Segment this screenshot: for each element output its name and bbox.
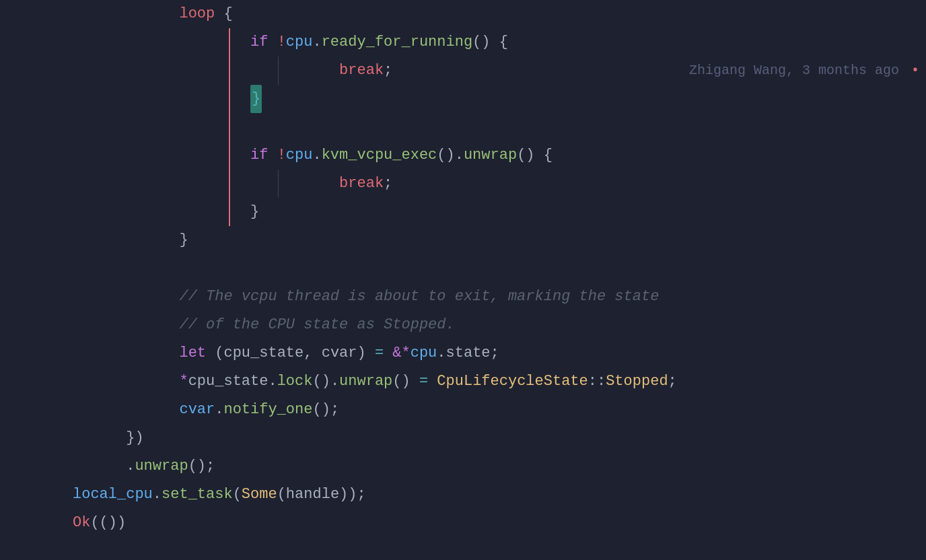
code-line-14: *cpu_state.lock().unwrap() = CpuLifecycl… <box>73 368 926 396</box>
code-line-5 <box>73 113 926 141</box>
code-line-12: // of the CPU state as Stopped. <box>73 311 926 339</box>
code-line-18: local_cpu.set_task(Some(handle)); <box>73 481 926 509</box>
code-line-17: .unwrap(); <box>73 452 926 481</box>
code-line-16: }) <box>73 424 926 452</box>
code-line-1: loop { <box>73 0 926 28</box>
line-number-gutter <box>0 0 73 560</box>
code-line-7: break; <box>73 170 926 198</box>
code-line-19: Ok(()) <box>73 509 926 537</box>
code-line-6: if !cpu.kvm_vcpu_exec().unwrap() { <box>73 141 926 170</box>
editor-container: loop { if !cpu.ready_for_running() { Zhi… <box>0 0 926 560</box>
code-line-13: let (cpu_state, cvar) = &*cpu.state; <box>73 339 926 368</box>
code-area[interactable]: loop { if !cpu.ready_for_running() { Zhi… <box>73 0 926 560</box>
code-line-9: } <box>73 226 926 254</box>
code-line-10 <box>73 254 926 283</box>
code-line-8: } <box>73 198 926 226</box>
bracket-highlight: } <box>250 85 262 113</box>
code-line-2: if !cpu.ready_for_running() { Zhigang Wa… <box>73 28 926 57</box>
code-line-4: } <box>73 85 926 113</box>
code-line-15: cvar.notify_one(); <box>73 396 926 424</box>
code-line-3: break; <box>73 57 926 85</box>
code-line-11: // The vcpu thread is about to exit, mar… <box>73 283 926 311</box>
